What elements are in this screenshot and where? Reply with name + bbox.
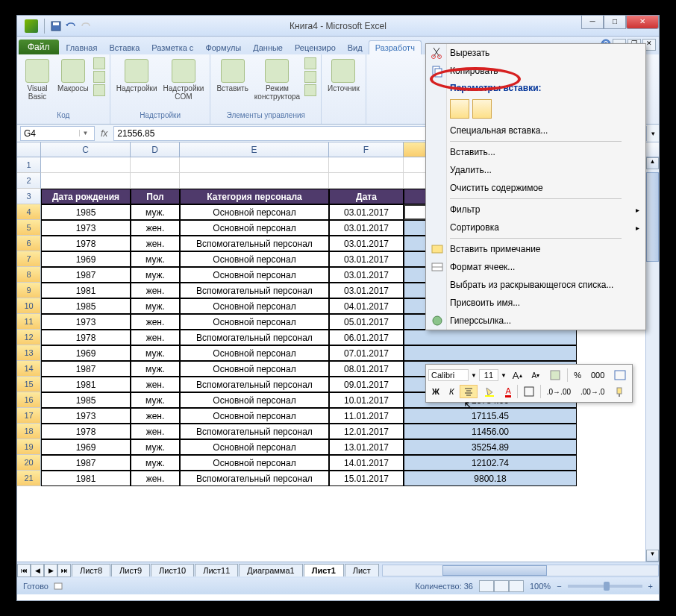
cell[interactable]: 1987 bbox=[41, 455, 131, 471]
cell[interactable]: 03.01.2017 bbox=[329, 283, 404, 298]
hscroll-thumb[interactable] bbox=[442, 565, 547, 576]
sheet-tab[interactable]: Лист11 bbox=[195, 564, 238, 576]
cell[interactable]: жен. bbox=[131, 236, 180, 251]
cell[interactable]: 12102.74 bbox=[404, 455, 577, 471]
sheet-tab[interactable]: Лист8 bbox=[72, 564, 110, 576]
cell[interactable]: 11456.00 bbox=[404, 424, 577, 439]
cell[interactable]: 1969 bbox=[41, 345, 131, 361]
mt-fill-color[interactable] bbox=[480, 384, 499, 399]
macro-security[interactable] bbox=[93, 84, 105, 96]
cell[interactable]: 1973 bbox=[41, 314, 131, 330]
cell[interactable]: 13.01.2017 bbox=[329, 439, 404, 455]
mt-inc-decimal[interactable]: .0→.00 bbox=[543, 386, 575, 398]
mt-font-color[interactable]: A bbox=[501, 384, 514, 400]
cell[interactable]: жен. bbox=[131, 471, 180, 486]
cell[interactable]: муж. bbox=[131, 204, 180, 220]
cell[interactable] bbox=[131, 173, 180, 189]
cm-insert[interactable]: Вставить... bbox=[426, 143, 645, 161]
row-header[interactable]: 9 bbox=[17, 283, 41, 298]
cm-comment[interactable]: Вставить примечание bbox=[426, 240, 645, 258]
zoom-out[interactable]: − bbox=[557, 582, 561, 591]
cell[interactable]: 1981 bbox=[41, 283, 131, 298]
cell[interactable]: 1978 bbox=[41, 330, 131, 345]
cell[interactable] bbox=[180, 173, 329, 189]
cell[interactable]: 1973 bbox=[41, 220, 131, 236]
scroll-up[interactable]: ▲ bbox=[646, 157, 659, 169]
cell[interactable]: муж. bbox=[131, 361, 180, 377]
cm-delete[interactable]: Удалить... bbox=[426, 161, 645, 179]
cell[interactable]: 17115.45 bbox=[404, 408, 577, 424]
cell[interactable]: муж. bbox=[131, 267, 180, 283]
row-header[interactable]: 18 bbox=[17, 424, 41, 439]
undo-icon[interactable] bbox=[65, 20, 77, 32]
cell[interactable]: Основной персонал bbox=[180, 314, 329, 330]
cell[interactable]: Основной персонал bbox=[180, 345, 329, 361]
cell[interactable]: Вспомогательный персонал bbox=[180, 377, 329, 392]
name-box[interactable]: G4 ▼ bbox=[20, 126, 95, 141]
sheet-tab[interactable]: Лист1 bbox=[304, 564, 344, 576]
mt-grow-font[interactable]: A▴ bbox=[509, 368, 526, 383]
cell[interactable]: Вспомогательный персонал bbox=[180, 471, 329, 486]
tab-formulas[interactable]: Формулы bbox=[199, 41, 247, 54]
sheet-tab[interactable]: Лист10 bbox=[151, 564, 194, 576]
mt-italic[interactable]: К bbox=[445, 385, 457, 398]
cm-clear[interactable]: Очистить содержимое bbox=[426, 179, 645, 197]
cm-cut[interactable]: Вырезать bbox=[426, 44, 645, 62]
cell[interactable]: жен. bbox=[131, 283, 180, 298]
excel-app-icon[interactable] bbox=[25, 19, 38, 33]
nav-prev[interactable]: ◀ bbox=[31, 564, 44, 577]
macros-button[interactable]: Макросы bbox=[56, 57, 90, 94]
cell[interactable]: 1978 bbox=[41, 424, 131, 439]
cell[interactable]: Основной персонал bbox=[180, 267, 329, 283]
fx-button[interactable]: fx bbox=[95, 128, 113, 139]
row-header[interactable]: 2 bbox=[17, 173, 41, 189]
cell[interactable]: жен. bbox=[131, 408, 180, 424]
nav-next[interactable]: ▶ bbox=[44, 564, 57, 577]
row-header[interactable]: 15 bbox=[17, 377, 41, 392]
cm-format-cells[interactable]: Формат ячеек... bbox=[426, 258, 645, 276]
view-pagelayout[interactable] bbox=[494, 580, 509, 592]
cell[interactable]: муж. bbox=[131, 392, 180, 408]
cell[interactable]: 1969 bbox=[41, 251, 131, 267]
redo-icon[interactable] bbox=[80, 20, 92, 32]
name-box-dropdown[interactable]: ▼ bbox=[79, 130, 91, 136]
cell[interactable]: муж. bbox=[131, 251, 180, 267]
macro-rec-icon[interactable] bbox=[53, 582, 65, 591]
mt-percent[interactable]: % bbox=[570, 368, 585, 382]
cm-copy[interactable]: Копировать bbox=[426, 62, 645, 80]
col-header-d[interactable]: D bbox=[131, 142, 180, 157]
cell[interactable]: Дата bbox=[329, 189, 404, 204]
row-header[interactable]: 10 bbox=[17, 298, 41, 314]
cell[interactable]: 04.01.2017 bbox=[329, 298, 404, 314]
cell[interactable]: муж. bbox=[131, 298, 180, 314]
cell[interactable]: 03.01.2017 bbox=[329, 267, 404, 283]
cell[interactable]: Вспомогательный персонал bbox=[180, 236, 329, 251]
vscroll-thumb[interactable] bbox=[646, 172, 659, 262]
view-normal[interactable] bbox=[479, 580, 494, 592]
tab-home[interactable]: Главная bbox=[60, 41, 104, 54]
row-header[interactable]: 7 bbox=[17, 251, 41, 267]
record-macro[interactable] bbox=[93, 57, 105, 69]
cell[interactable]: 1987 bbox=[41, 267, 131, 283]
cell[interactable] bbox=[41, 157, 131, 173]
cell[interactable]: 14.01.2017 bbox=[329, 455, 404, 471]
row-header[interactable]: 14 bbox=[17, 361, 41, 377]
cell[interactable]: муж. bbox=[131, 455, 180, 471]
cm-paste-special[interactable]: Специальная вставка... bbox=[426, 122, 645, 139]
cell[interactable]: 09.01.2017 bbox=[329, 377, 404, 392]
cell[interactable]: 03.01.2017 bbox=[329, 220, 404, 236]
horizontal-scrollbar[interactable] bbox=[382, 565, 659, 576]
cell[interactable]: 10.01.2017 bbox=[329, 392, 404, 408]
row-header[interactable]: 11 bbox=[17, 314, 41, 330]
mt-merge[interactable] bbox=[610, 368, 630, 383]
sheet-tab[interactable]: Диаграмма1 bbox=[239, 564, 302, 576]
cell[interactable]: жен. bbox=[131, 377, 180, 392]
col-header-c[interactable]: C bbox=[41, 142, 131, 157]
design-mode-button[interactable]: Режим конструктора bbox=[253, 57, 301, 102]
zoom-slider[interactable] bbox=[568, 585, 642, 588]
cell[interactable]: Дата рождения bbox=[41, 189, 131, 204]
row-header[interactable]: 19 bbox=[17, 439, 41, 455]
chevron-down-icon[interactable]: ▼ bbox=[501, 372, 507, 379]
tab-data[interactable]: Данные bbox=[247, 41, 289, 54]
zoom-in[interactable]: + bbox=[648, 582, 653, 591]
